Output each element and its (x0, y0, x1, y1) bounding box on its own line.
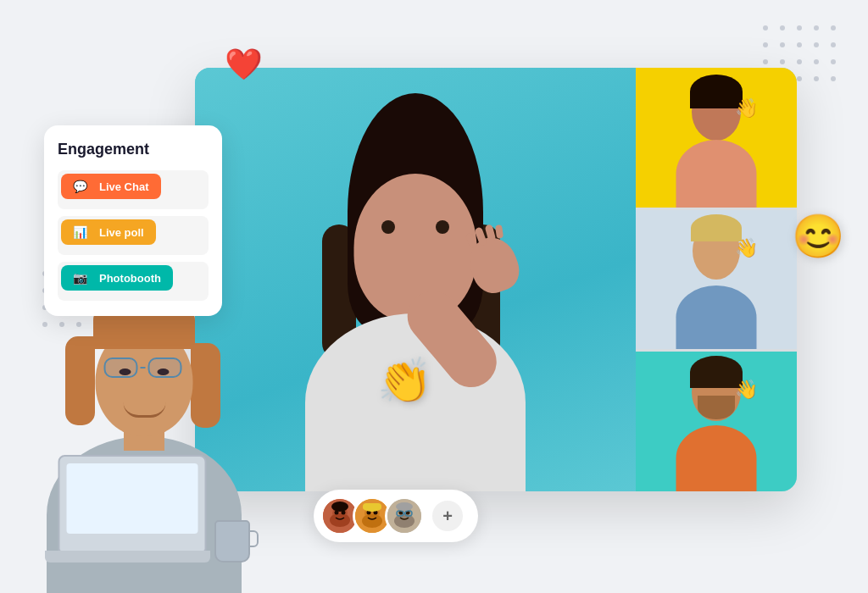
smiley-emoji: 😊 (792, 212, 844, 261)
participant-bubbles: + (314, 490, 478, 542)
add-participant-button[interactable]: + (432, 501, 463, 531)
laptop-screen (67, 463, 198, 534)
photobooth-button[interactable]: 📷 Photobooth (61, 265, 173, 291)
laptop (58, 455, 207, 552)
thumbnail-3: 👋 (636, 352, 797, 491)
chat-label: Live Chat (99, 180, 149, 193)
svg-point-21 (396, 502, 413, 511)
coffee-mug (214, 520, 250, 563)
svg-rect-12 (363, 503, 381, 510)
engagement-row-poll: 📊 Live poll (58, 216, 209, 255)
svg-point-2 (330, 513, 350, 527)
svg-point-8 (362, 514, 382, 528)
live-poll-button[interactable]: 📊 Live poll (61, 219, 156, 245)
engagement-row-photo: 📷 Photobooth (58, 262, 209, 301)
engagement-row-chat: 💬 Live Chat (58, 170, 209, 209)
svg-point-15 (394, 514, 415, 528)
thumb-person-1: 👋 (636, 68, 797, 208)
heart-icon: ❤️ (225, 47, 263, 82)
chat-icon: 💬 (73, 180, 87, 193)
laptop-person-glasses (104, 357, 185, 379)
laptop-person-hair-right (191, 343, 220, 428)
coffee-mug-handle (248, 530, 259, 547)
side-panel: 👋 👋 (636, 68, 797, 491)
laptop-person-hair-left (65, 336, 95, 425)
laptop-base (45, 551, 210, 563)
engagement-card: Engagement 💬 Live Chat 📊 Live poll 📷 Pho… (44, 125, 222, 316)
clap-emoji: 👏 (377, 355, 432, 407)
presenter-eyes (381, 220, 449, 229)
participant-avatar-3 (385, 496, 424, 535)
thumbnail-2: 👋 (636, 210, 797, 350)
laptop-person (25, 305, 263, 593)
photo-label: Photobooth (99, 272, 161, 285)
thumb-person-2: 👋 (636, 210, 797, 350)
live-chat-button[interactable]: 💬 Live Chat (61, 174, 161, 199)
camera-icon: 📷 (73, 271, 87, 285)
thumbnail-1: 👋 (636, 68, 797, 208)
engagement-title: Engagement (58, 141, 209, 158)
video-container: 👏 👋 (195, 68, 797, 491)
poll-icon: 📊 (73, 225, 87, 239)
svg-point-5 (331, 502, 348, 512)
poll-label: Live poll (99, 226, 144, 239)
thumb-person-3: 👋 (636, 352, 797, 491)
